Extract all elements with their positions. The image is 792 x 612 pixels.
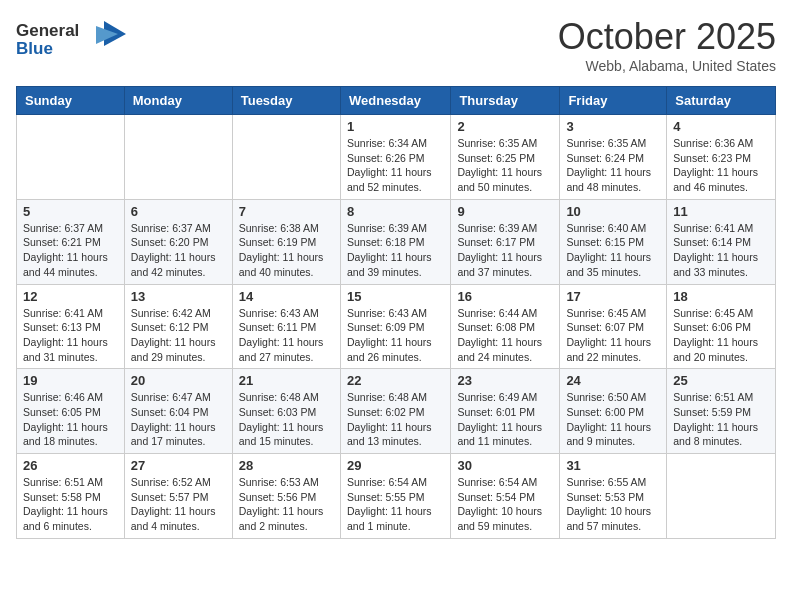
calendar-cell: 22Sunrise: 6:48 AM Sunset: 6:02 PM Dayli… [340, 369, 450, 454]
day-number: 14 [239, 289, 334, 304]
day-info: Sunrise: 6:54 AM Sunset: 5:55 PM Dayligh… [347, 475, 444, 534]
calendar-cell: 20Sunrise: 6:47 AM Sunset: 6:04 PM Dayli… [124, 369, 232, 454]
calendar-week-row: 19Sunrise: 6:46 AM Sunset: 6:05 PM Dayli… [17, 369, 776, 454]
calendar-cell: 25Sunrise: 6:51 AM Sunset: 5:59 PM Dayli… [667, 369, 776, 454]
day-info: Sunrise: 6:45 AM Sunset: 6:06 PM Dayligh… [673, 306, 769, 365]
calendar-cell: 7Sunrise: 6:38 AM Sunset: 6:19 PM Daylig… [232, 199, 340, 284]
day-info: Sunrise: 6:43 AM Sunset: 6:09 PM Dayligh… [347, 306, 444, 365]
day-info: Sunrise: 6:37 AM Sunset: 6:20 PM Dayligh… [131, 221, 226, 280]
day-info: Sunrise: 6:53 AM Sunset: 5:56 PM Dayligh… [239, 475, 334, 534]
day-number: 1 [347, 119, 444, 134]
day-info: Sunrise: 6:35 AM Sunset: 6:24 PM Dayligh… [566, 136, 660, 195]
day-number: 11 [673, 204, 769, 219]
calendar-cell: 1Sunrise: 6:34 AM Sunset: 6:26 PM Daylig… [340, 115, 450, 200]
weekday-header: Sunday [17, 87, 125, 115]
day-info: Sunrise: 6:36 AM Sunset: 6:23 PM Dayligh… [673, 136, 769, 195]
weekday-header: Monday [124, 87, 232, 115]
day-number: 30 [457, 458, 553, 473]
calendar-cell: 31Sunrise: 6:55 AM Sunset: 5:53 PM Dayli… [560, 454, 667, 539]
calendar-cell: 28Sunrise: 6:53 AM Sunset: 5:56 PM Dayli… [232, 454, 340, 539]
day-info: Sunrise: 6:45 AM Sunset: 6:07 PM Dayligh… [566, 306, 660, 365]
calendar-cell: 4Sunrise: 6:36 AM Sunset: 6:23 PM Daylig… [667, 115, 776, 200]
day-number: 25 [673, 373, 769, 388]
day-number: 23 [457, 373, 553, 388]
day-number: 13 [131, 289, 226, 304]
logo: General Blue [16, 16, 126, 65]
day-number: 27 [131, 458, 226, 473]
day-info: Sunrise: 6:41 AM Sunset: 6:13 PM Dayligh… [23, 306, 118, 365]
title-block: October 2025 Webb, Alabama, United State… [558, 16, 776, 74]
svg-text:Blue: Blue [16, 39, 53, 58]
calendar-cell: 11Sunrise: 6:41 AM Sunset: 6:14 PM Dayli… [667, 199, 776, 284]
day-info: Sunrise: 6:51 AM Sunset: 5:58 PM Dayligh… [23, 475, 118, 534]
location: Webb, Alabama, United States [558, 58, 776, 74]
calendar-cell: 27Sunrise: 6:52 AM Sunset: 5:57 PM Dayli… [124, 454, 232, 539]
weekday-header: Tuesday [232, 87, 340, 115]
day-number: 10 [566, 204, 660, 219]
day-number: 22 [347, 373, 444, 388]
day-number: 8 [347, 204, 444, 219]
day-info: Sunrise: 6:34 AM Sunset: 6:26 PM Dayligh… [347, 136, 444, 195]
day-info: Sunrise: 6:40 AM Sunset: 6:15 PM Dayligh… [566, 221, 660, 280]
calendar-cell: 12Sunrise: 6:41 AM Sunset: 6:13 PM Dayli… [17, 284, 125, 369]
day-info: Sunrise: 6:43 AM Sunset: 6:11 PM Dayligh… [239, 306, 334, 365]
calendar-cell [17, 115, 125, 200]
day-info: Sunrise: 6:48 AM Sunset: 6:03 PM Dayligh… [239, 390, 334, 449]
calendar-cell: 23Sunrise: 6:49 AM Sunset: 6:01 PM Dayli… [451, 369, 560, 454]
calendar-cell: 15Sunrise: 6:43 AM Sunset: 6:09 PM Dayli… [340, 284, 450, 369]
calendar-week-row: 1Sunrise: 6:34 AM Sunset: 6:26 PM Daylig… [17, 115, 776, 200]
day-number: 17 [566, 289, 660, 304]
day-info: Sunrise: 6:55 AM Sunset: 5:53 PM Dayligh… [566, 475, 660, 534]
calendar-cell [667, 454, 776, 539]
calendar-cell [124, 115, 232, 200]
day-number: 21 [239, 373, 334, 388]
day-number: 16 [457, 289, 553, 304]
calendar-week-row: 12Sunrise: 6:41 AM Sunset: 6:13 PM Dayli… [17, 284, 776, 369]
day-info: Sunrise: 6:47 AM Sunset: 6:04 PM Dayligh… [131, 390, 226, 449]
day-number: 28 [239, 458, 334, 473]
day-number: 2 [457, 119, 553, 134]
calendar-cell: 9Sunrise: 6:39 AM Sunset: 6:17 PM Daylig… [451, 199, 560, 284]
day-number: 19 [23, 373, 118, 388]
calendar-cell: 6Sunrise: 6:37 AM Sunset: 6:20 PM Daylig… [124, 199, 232, 284]
day-info: Sunrise: 6:46 AM Sunset: 6:05 PM Dayligh… [23, 390, 118, 449]
calendar-cell: 5Sunrise: 6:37 AM Sunset: 6:21 PM Daylig… [17, 199, 125, 284]
calendar-cell: 21Sunrise: 6:48 AM Sunset: 6:03 PM Dayli… [232, 369, 340, 454]
day-info: Sunrise: 6:49 AM Sunset: 6:01 PM Dayligh… [457, 390, 553, 449]
calendar-cell: 14Sunrise: 6:43 AM Sunset: 6:11 PM Dayli… [232, 284, 340, 369]
day-number: 18 [673, 289, 769, 304]
day-number: 26 [23, 458, 118, 473]
calendar-cell: 24Sunrise: 6:50 AM Sunset: 6:00 PM Dayli… [560, 369, 667, 454]
day-info: Sunrise: 6:51 AM Sunset: 5:59 PM Dayligh… [673, 390, 769, 449]
logo-text: General Blue [16, 16, 126, 65]
calendar-week-row: 26Sunrise: 6:51 AM Sunset: 5:58 PM Dayli… [17, 454, 776, 539]
calendar-cell: 16Sunrise: 6:44 AM Sunset: 6:08 PM Dayli… [451, 284, 560, 369]
day-info: Sunrise: 6:39 AM Sunset: 6:18 PM Dayligh… [347, 221, 444, 280]
day-number: 12 [23, 289, 118, 304]
calendar-cell: 8Sunrise: 6:39 AM Sunset: 6:18 PM Daylig… [340, 199, 450, 284]
calendar-week-row: 5Sunrise: 6:37 AM Sunset: 6:21 PM Daylig… [17, 199, 776, 284]
month-title: October 2025 [558, 16, 776, 58]
day-info: Sunrise: 6:52 AM Sunset: 5:57 PM Dayligh… [131, 475, 226, 534]
day-info: Sunrise: 6:54 AM Sunset: 5:54 PM Dayligh… [457, 475, 553, 534]
day-number: 9 [457, 204, 553, 219]
day-number: 5 [23, 204, 118, 219]
day-info: Sunrise: 6:35 AM Sunset: 6:25 PM Dayligh… [457, 136, 553, 195]
weekday-header: Wednesday [340, 87, 450, 115]
day-number: 20 [131, 373, 226, 388]
calendar-header-row: SundayMondayTuesdayWednesdayThursdayFrid… [17, 87, 776, 115]
calendar-cell: 10Sunrise: 6:40 AM Sunset: 6:15 PM Dayli… [560, 199, 667, 284]
calendar-cell: 26Sunrise: 6:51 AM Sunset: 5:58 PM Dayli… [17, 454, 125, 539]
calendar-cell: 2Sunrise: 6:35 AM Sunset: 6:25 PM Daylig… [451, 115, 560, 200]
page-header: General Blue October 2025 Webb, Alabama,… [16, 16, 776, 74]
calendar-cell: 18Sunrise: 6:45 AM Sunset: 6:06 PM Dayli… [667, 284, 776, 369]
day-number: 7 [239, 204, 334, 219]
day-info: Sunrise: 6:48 AM Sunset: 6:02 PM Dayligh… [347, 390, 444, 449]
day-number: 4 [673, 119, 769, 134]
day-info: Sunrise: 6:41 AM Sunset: 6:14 PM Dayligh… [673, 221, 769, 280]
calendar-cell: 30Sunrise: 6:54 AM Sunset: 5:54 PM Dayli… [451, 454, 560, 539]
calendar-cell: 19Sunrise: 6:46 AM Sunset: 6:05 PM Dayli… [17, 369, 125, 454]
calendar-cell [232, 115, 340, 200]
weekday-header: Thursday [451, 87, 560, 115]
calendar-cell: 29Sunrise: 6:54 AM Sunset: 5:55 PM Dayli… [340, 454, 450, 539]
